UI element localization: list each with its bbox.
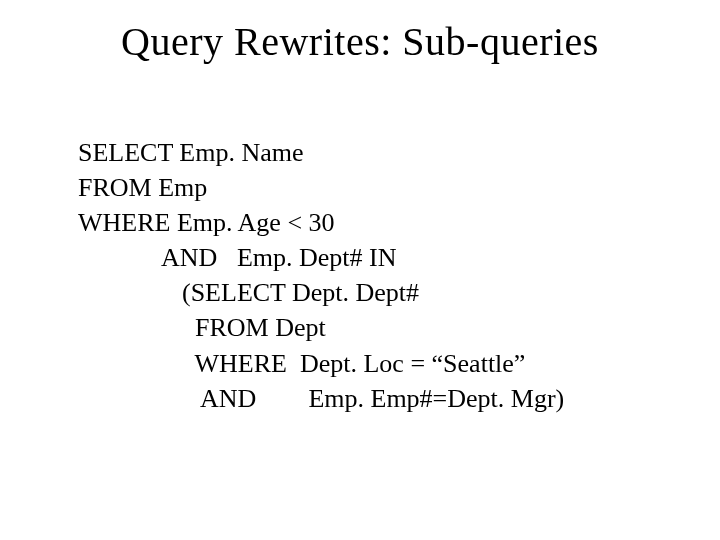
- slide-title: Query Rewrites: Sub-queries: [70, 18, 650, 65]
- code-line: (SELECT Dept. Dept#: [78, 275, 650, 310]
- code-line: WHERE Dept. Loc = “Seattle”: [78, 346, 650, 381]
- code-line: AND Emp. Emp#=Dept. Mgr): [78, 381, 650, 416]
- code-line: WHERE Emp. Age < 30: [78, 205, 650, 240]
- sql-query-block: SELECT Emp. Name FROM Emp WHERE Emp. Age…: [70, 135, 650, 416]
- code-line: FROM Dept: [78, 310, 650, 345]
- code-line: SELECT Emp. Name: [78, 135, 650, 170]
- code-line: AND Emp. Dept# IN: [78, 240, 650, 275]
- code-line: FROM Emp: [78, 170, 650, 205]
